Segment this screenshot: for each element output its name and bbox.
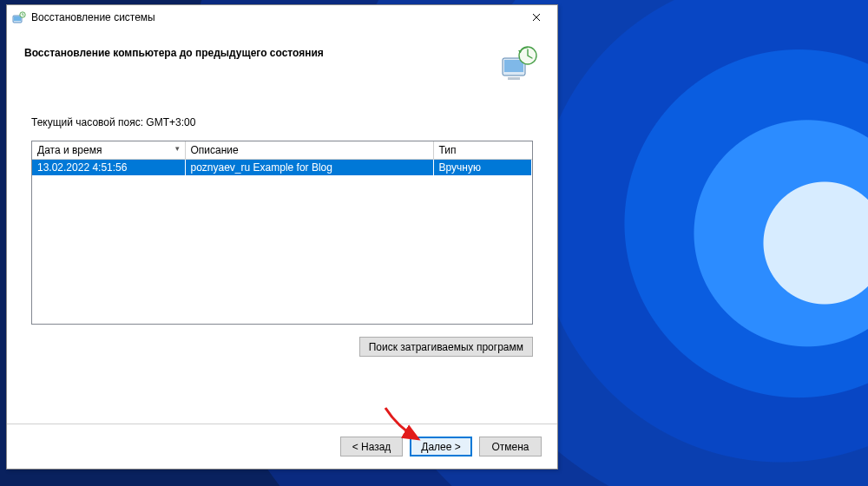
scan-affected-button[interactable]: Поиск затрагиваемых программ bbox=[359, 337, 533, 357]
table-header-row[interactable]: Дата и время ▾ Описание Тип bbox=[32, 141, 532, 160]
cell-datetime: 13.02.2022 4:51:56 bbox=[32, 160, 185, 176]
dialog-heading: Восстановление компьютера до предыдущего… bbox=[24, 43, 490, 59]
table-row-empty bbox=[32, 264, 532, 279]
affected-programs-row: Поиск затрагиваемых программ bbox=[31, 337, 533, 357]
svg-rect-1 bbox=[14, 16, 21, 21]
table-row-empty bbox=[32, 293, 532, 308]
desktop-background: Восстановление системы Восстановление ко… bbox=[0, 0, 868, 486]
col-description-label: Описание bbox=[191, 144, 239, 156]
table-row-empty bbox=[32, 205, 532, 220]
titlebar[interactable]: Восстановление системы bbox=[7, 5, 557, 30]
table-row[interactable]: 13.02.2022 4:51:56 poznyaev_ru Example f… bbox=[32, 160, 532, 176]
restore-large-icon bbox=[498, 43, 540, 85]
dialog-content: Текущий часовой пояс: GMT+3:00 Дата и вр… bbox=[7, 92, 557, 424]
table-row-empty bbox=[32, 234, 532, 249]
col-type[interactable]: Тип bbox=[433, 141, 532, 160]
col-datetime-label: Дата и время bbox=[37, 144, 102, 156]
dialog-header: Восстановление компьютера до предыдущего… bbox=[7, 30, 557, 92]
dialog-footer: < Назад Далее > Отмена bbox=[7, 424, 557, 469]
svg-rect-4 bbox=[504, 60, 523, 72]
system-restore-dialog: Восстановление системы Восстановление ко… bbox=[6, 4, 558, 470]
table-row-empty bbox=[32, 220, 532, 234]
cell-description: poznyaev_ru Example for Blog bbox=[185, 160, 433, 176]
col-type-label: Тип bbox=[439, 144, 457, 156]
window-title: Восстановление системы bbox=[31, 11, 517, 23]
cell-type: Вручную bbox=[433, 160, 532, 176]
col-description[interactable]: Описание bbox=[185, 141, 433, 160]
cancel-button[interactable]: Отмена bbox=[479, 437, 542, 456]
table-row-empty bbox=[32, 279, 532, 293]
table-row-empty bbox=[32, 190, 532, 205]
back-button[interactable]: < Назад bbox=[340, 437, 403, 456]
svg-rect-5 bbox=[508, 77, 520, 80]
sort-desc-icon: ▾ bbox=[175, 144, 180, 153]
close-button[interactable] bbox=[517, 5, 556, 30]
next-button[interactable]: Далее > bbox=[410, 437, 472, 456]
table-row-empty bbox=[32, 249, 532, 264]
restore-points-table[interactable]: Дата и время ▾ Описание Тип bbox=[31, 141, 533, 325]
timezone-label: Текущий часовой пояс: GMT+3:00 bbox=[31, 116, 533, 128]
table-row-empty bbox=[32, 175, 532, 190]
col-datetime[interactable]: Дата и время ▾ bbox=[32, 141, 185, 160]
system-restore-icon bbox=[12, 10, 26, 24]
